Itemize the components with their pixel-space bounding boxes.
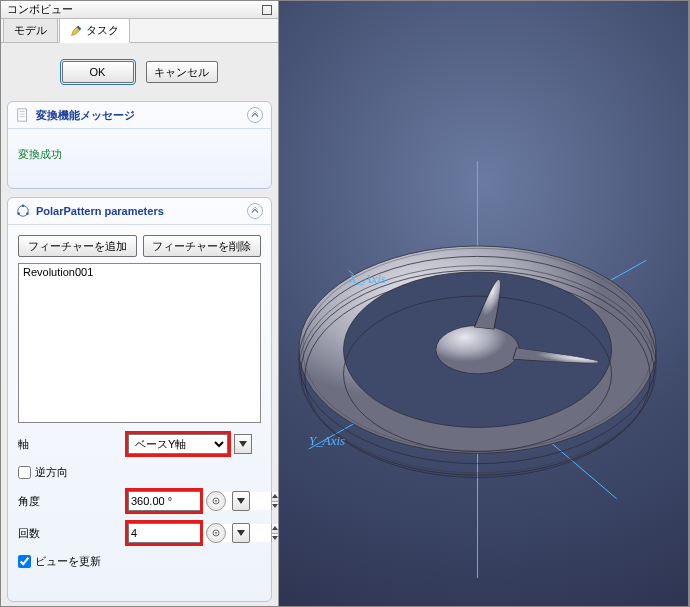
angle-expr-button[interactable] xyxy=(206,491,226,511)
reverse-row: 逆方向 xyxy=(18,465,261,480)
angle-label: 角度 xyxy=(18,494,128,509)
axis-select-wrap: ベースY軸 xyxy=(128,434,228,454)
tab-task[interactable]: タスク xyxy=(59,18,130,43)
undock-icon[interactable] xyxy=(262,5,272,15)
angle-spinner xyxy=(271,492,278,510)
occurrences-row: 回数 xyxy=(18,522,261,544)
panel-titlebar: コンボビュー xyxy=(1,1,278,19)
occ-spin-up[interactable] xyxy=(272,524,278,534)
chevron-up-icon xyxy=(251,111,259,119)
axis-x-label: X_Axis xyxy=(349,271,386,287)
svg-point-11 xyxy=(215,532,217,534)
reverse-label: 逆方向 xyxy=(35,465,68,480)
feature-buttons: フィーチャーを追加 フィーチャーを削除 xyxy=(18,235,261,257)
panel-title-text: コンボビュー xyxy=(7,2,73,17)
svg-point-6 xyxy=(26,212,29,215)
combo-view-panel: コンボビュー モデル タスク OK キャンセル 変換機能メッセージ 変換成功 P… xyxy=(1,1,279,606)
polar-pattern-icon xyxy=(16,204,30,218)
gear-icon xyxy=(211,528,221,538)
svg-point-9 xyxy=(215,500,217,502)
message-section-header: 変換機能メッセージ xyxy=(8,102,271,129)
angle-input-wrap xyxy=(128,491,200,511)
triangle-down-icon xyxy=(239,441,247,447)
collapse-button[interactable] xyxy=(247,107,263,123)
params-section: PolarPattern parameters フィーチャーを追加 フィーチャー… xyxy=(7,197,272,602)
tab-model[interactable]: モデル xyxy=(3,18,58,42)
tab-task-label: タスク xyxy=(86,23,119,38)
list-item[interactable]: Revolution001 xyxy=(23,266,256,278)
axis-y-label: Y_Axis xyxy=(309,433,345,449)
occ-expr-button[interactable] xyxy=(206,523,226,543)
add-feature-button[interactable]: フィーチャーを追加 xyxy=(18,235,137,257)
remove-feature-button[interactable]: フィーチャーを削除 xyxy=(143,235,262,257)
cancel-button[interactable]: キャンセル xyxy=(146,61,218,83)
occurrences-label: 回数 xyxy=(18,526,128,541)
message-body: 変換成功 xyxy=(8,129,271,188)
message-section-title: 変換機能メッセージ xyxy=(36,108,247,123)
occurrences-spinner xyxy=(271,524,278,542)
svg-point-24 xyxy=(436,325,519,373)
angle-row: 角度 xyxy=(18,490,261,512)
triangle-down-icon xyxy=(237,530,245,536)
message-section: 変換機能メッセージ 変換成功 xyxy=(7,101,272,189)
gear-icon xyxy=(211,496,221,506)
update-view-label: ビューを更新 xyxy=(35,554,101,569)
collapse-button[interactable] xyxy=(247,203,263,219)
3d-scene xyxy=(279,1,688,606)
angle-history-button[interactable] xyxy=(232,491,250,511)
axis-select[interactable]: ベースY軸 xyxy=(128,434,228,454)
params-body: フィーチャーを追加 フィーチャーを削除 Revolution001 軸 ベースY… xyxy=(8,225,271,575)
axis-label: 軸 xyxy=(18,437,128,452)
occ-history-button[interactable] xyxy=(232,523,250,543)
svg-point-7 xyxy=(17,212,20,215)
triangle-down-icon xyxy=(237,498,245,504)
pencil-icon xyxy=(70,25,82,37)
svg-point-5 xyxy=(22,204,25,207)
3d-viewport[interactable]: Y_Axis X_Axis xyxy=(279,1,689,606)
occurrences-input-wrap xyxy=(128,523,200,543)
feature-list[interactable]: Revolution001 xyxy=(18,263,261,423)
update-view-row: ビューを更新 xyxy=(18,554,261,569)
reverse-checkbox[interactable] xyxy=(18,466,31,479)
tab-bar: モデル タスク xyxy=(1,19,278,43)
angle-spin-down[interactable] xyxy=(272,502,278,511)
update-view-checkbox[interactable] xyxy=(18,555,31,568)
params-section-title: PolarPattern parameters xyxy=(36,205,247,217)
angle-spin-up[interactable] xyxy=(272,492,278,502)
ok-button[interactable]: OK xyxy=(62,61,134,83)
svg-rect-0 xyxy=(18,109,27,121)
chevron-up-icon xyxy=(251,207,259,215)
dialog-button-row: OK キャンセル xyxy=(1,43,278,97)
document-icon xyxy=(16,108,30,122)
params-section-header: PolarPattern parameters xyxy=(8,198,271,225)
axis-dropdown-button[interactable] xyxy=(234,434,252,454)
occ-spin-down[interactable] xyxy=(272,534,278,543)
axis-row: 軸 ベースY軸 xyxy=(18,433,261,455)
